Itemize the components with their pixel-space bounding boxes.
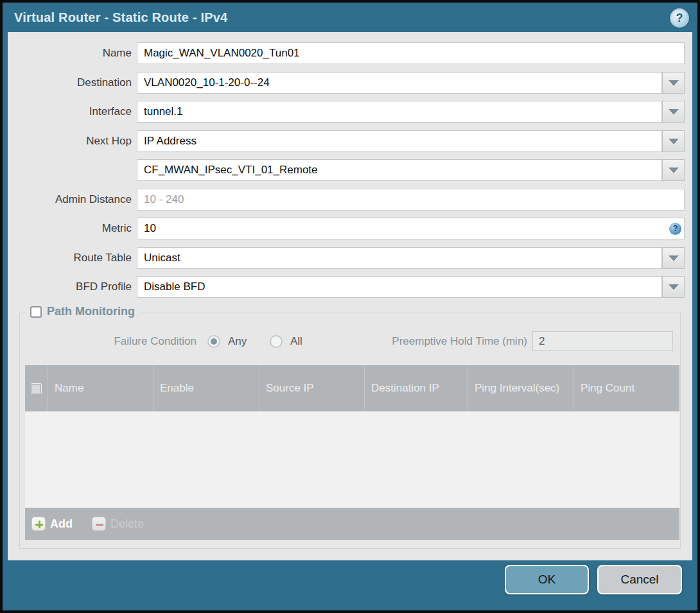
chevron-down-icon — [669, 168, 679, 173]
destination-label: Destination — [8, 72, 132, 94]
preemptive-hold-time-label: Preemptive Hold Time (min) — [365, 330, 527, 353]
dialog-content: Name Destination Interface — [8, 32, 692, 560]
dialog-titlebar: Virtual Router - Static Route - IPv4 ? — [3, 3, 697, 32]
metric-label: Metric — [8, 218, 132, 239]
table-header-checkbox-cell — [25, 365, 48, 411]
ok-button[interactable]: OK — [505, 565, 589, 594]
route-table-select[interactable] — [137, 247, 662, 269]
destination-input[interactable] — [137, 72, 662, 94]
admin-distance-input[interactable] — [137, 189, 685, 211]
select-all-checkbox[interactable] — [31, 383, 42, 394]
name-label: Name — [8, 42, 132, 64]
next-hop-address-dropdown-button[interactable] — [662, 159, 685, 181]
admin-distance-label: Admin Distance — [8, 189, 132, 211]
form-row-destination: Destination — [8, 72, 692, 94]
path-monitoring-checkbox[interactable] — [30, 306, 42, 318]
column-header-name[interactable]: Name — [48, 365, 153, 411]
interface-input[interactable] — [137, 101, 662, 123]
chevron-down-icon — [669, 109, 679, 115]
route-table-label: Route Table — [8, 247, 132, 269]
form-row-next-hop-address — [8, 159, 692, 181]
failure-condition-any-label: Any — [228, 330, 247, 353]
next-hop-label: Next Hop — [8, 130, 132, 152]
add-button-label: Add — [50, 517, 73, 531]
column-header-ping-count[interactable]: Ping Count — [573, 365, 679, 411]
chevron-down-icon — [669, 80, 679, 86]
name-input[interactable] — [137, 42, 685, 64]
column-header-ping-interval[interactable]: Ping Interval(sec) — [468, 365, 573, 411]
failure-condition-any-radio[interactable] — [207, 335, 220, 348]
bfd-profile-label: BFD Profile — [8, 276, 132, 298]
info-icon[interactable]: ? — [669, 223, 681, 235]
delete-minus-icon — [92, 517, 106, 531]
next-hop-address-input[interactable] — [137, 159, 662, 181]
screenshot-root: Virtual Router - Static Route - IPv4 ? N… — [0, 0, 700, 613]
form-row-interface: Interface — [8, 101, 692, 123]
chevron-down-icon — [669, 139, 679, 144]
column-header-source-ip[interactable]: Source IP — [259, 365, 364, 411]
preemptive-hold-time-input[interactable] — [532, 331, 673, 351]
metric-input[interactable] — [137, 218, 685, 239]
chevron-down-icon — [669, 284, 679, 290]
form-row-next-hop: Next Hop — [8, 130, 692, 152]
table-footer: Add Delete — [25, 508, 679, 540]
path-monitoring-table: Name Enable Source IP Destination IP Pin… — [25, 365, 679, 540]
add-plus-icon — [31, 517, 46, 531]
form-row-bfd-profile: BFD Profile — [8, 276, 692, 298]
failure-condition-all-radio[interactable] — [270, 335, 283, 348]
cancel-button[interactable]: Cancel — [597, 565, 682, 594]
delete-button[interactable]: Delete — [92, 517, 144, 531]
dialog-title: Virtual Router - Static Route - IPv4 — [14, 3, 227, 32]
failure-condition-label: Failure Condition — [20, 330, 197, 353]
route-table-dropdown-button[interactable] — [662, 247, 685, 269]
help-icon[interactable]: ? — [670, 8, 689, 28]
delete-button-label: Delete — [110, 517, 144, 531]
bfd-profile-dropdown-button[interactable] — [662, 276, 685, 298]
table-header-row: Name Enable Source IP Destination IP Pin… — [25, 365, 679, 411]
column-header-enable[interactable]: Enable — [153, 365, 259, 411]
static-route-dialog: Virtual Router - Static Route - IPv4 ? N… — [3, 3, 697, 610]
failure-condition-row: Failure Condition Any All Preemptive Hol… — [20, 330, 680, 353]
form-row-metric: Metric ? — [8, 218, 692, 239]
next-hop-select[interactable] — [137, 130, 662, 152]
form-row-admin-distance: Admin Distance — [8, 189, 692, 211]
path-monitoring-legend: Path Monitoring — [25, 305, 140, 318]
interface-label: Interface — [8, 101, 132, 123]
destination-dropdown-button[interactable] — [662, 72, 685, 94]
interface-dropdown-button[interactable] — [662, 101, 685, 123]
column-header-destination-ip[interactable]: Destination IP — [364, 365, 468, 411]
failure-condition-all-label: All — [290, 330, 302, 353]
next-hop-dropdown-button[interactable] — [662, 130, 685, 152]
path-monitoring-title: Path Monitoring — [47, 305, 135, 318]
bfd-profile-select[interactable] — [137, 276, 662, 298]
form-row-route-table: Route Table — [8, 247, 692, 269]
path-monitoring-fieldset: Path Monitoring Failure Condition Any Al… — [19, 313, 681, 549]
form-row-name: Name — [8, 42, 692, 64]
table-body-empty — [25, 411, 679, 508]
chevron-down-icon — [669, 255, 679, 261]
add-button[interactable]: Add — [31, 517, 73, 531]
